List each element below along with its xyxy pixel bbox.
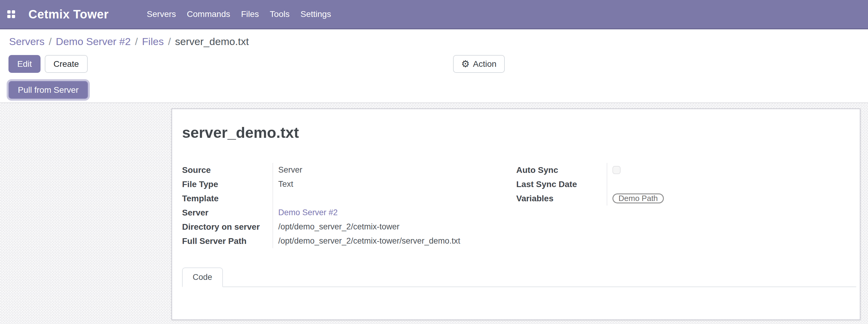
field-label: Variables [516, 194, 607, 203]
field-row-template: Template [182, 191, 516, 205]
action-button-label: Action [473, 59, 497, 69]
field-value-directory: /opt/demo_server_2/cetmix-tower [278, 222, 400, 231]
action-button[interactable]: ⚙ Action [453, 55, 505, 73]
top-navbar: Cetmix Tower Servers Commands Files Tool… [0, 0, 868, 29]
pull-from-server-button[interactable]: Pull from Server [8, 81, 88, 99]
grid-icon [7, 10, 15, 18]
notebook-tabs: Code [182, 267, 856, 287]
field-group-right: Auto Sync Last Sync Date Variables Demo … [516, 163, 860, 248]
field-value-source: Server [278, 165, 303, 175]
breadcrumb-servers[interactable]: Servers [9, 36, 44, 47]
variable-tag: Demo Path [613, 193, 664, 203]
field-label: Last Sync Date [516, 180, 607, 189]
control-panel: Servers / Demo Server #2 / Files / serve… [0, 29, 868, 103]
breadcrumb-separator: / [164, 36, 175, 47]
breadcrumb-files[interactable]: Files [142, 36, 164, 47]
create-button[interactable]: Create [45, 55, 88, 73]
field-section: Source Server File Type Text Template Se… [182, 163, 860, 248]
breadcrumb-separator: / [44, 36, 56, 47]
breadcrumb-demo-server[interactable]: Demo Server #2 [56, 36, 131, 47]
field-value-file-type: Text [278, 180, 293, 189]
breadcrumb-separator: / [131, 36, 142, 47]
form-view-background: server_demo.txt Source Server File Type … [0, 103, 868, 324]
field-label: Template [182, 194, 273, 203]
statusbar: Pull from Server [0, 81, 868, 99]
field-row-auto-sync: Auto Sync [516, 163, 860, 177]
field-group-left: Source Server File Type Text Template Se… [182, 163, 516, 248]
field-row-last-sync: Last Sync Date [516, 177, 860, 191]
form-sheet: server_demo.txt Source Server File Type … [172, 108, 861, 320]
field-label: Source [182, 165, 273, 175]
app-brand[interactable]: Cetmix Tower [22, 0, 115, 28]
main-menu: Servers Commands Files Tools Settings [141, 0, 336, 28]
menu-commands[interactable]: Commands [182, 0, 236, 28]
menu-settings[interactable]: Settings [295, 0, 336, 28]
auto-sync-checkbox[interactable] [613, 166, 621, 174]
edit-button[interactable]: Edit [8, 55, 40, 73]
record-title: server_demo.txt [182, 124, 860, 142]
field-row-directory: Directory on server /opt/demo_server_2/c… [182, 220, 516, 234]
field-label: Auto Sync [516, 165, 607, 175]
field-value-full-path: /opt/demo_server_2/cetmix-tower/server_d… [278, 236, 460, 246]
server-link[interactable]: Demo Server #2 [278, 208, 338, 217]
field-label: Full Server Path [182, 236, 273, 246]
field-row-file-type: File Type Text [182, 177, 516, 191]
field-row-source: Source Server [182, 163, 516, 177]
menu-tools[interactable]: Tools [264, 0, 295, 28]
menu-files[interactable]: Files [236, 0, 264, 28]
field-row-variables: Variables Demo Path [516, 191, 860, 205]
menu-servers[interactable]: Servers [141, 0, 181, 28]
button-row: Edit Create ⚙ Action [0, 55, 868, 73]
field-row-server: Server Demo Server #2 [182, 205, 516, 220]
apps-menu-icon[interactable] [0, 0, 22, 28]
field-label: Directory on server [182, 222, 273, 232]
breadcrumb-current: server_demo.txt [175, 36, 249, 47]
tab-code[interactable]: Code [182, 267, 223, 287]
gear-icon: ⚙ [461, 59, 470, 69]
field-row-full-path: Full Server Path /opt/demo_server_2/cetm… [182, 234, 516, 248]
breadcrumb: Servers / Demo Server #2 / Files / serve… [0, 29, 868, 47]
field-label: Server [182, 208, 273, 218]
field-label: File Type [182, 180, 273, 189]
